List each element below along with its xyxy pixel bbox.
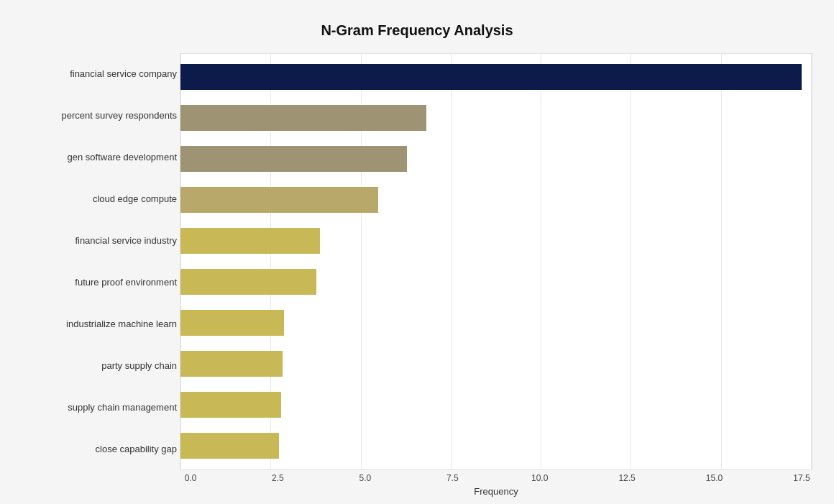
x-axis-tick-label: 2.5 <box>267 473 288 483</box>
y-axis-label: future proof environment <box>22 264 177 301</box>
x-axis-tick-label: 17.5 <box>791 473 812 483</box>
bar <box>180 228 320 254</box>
bar-row <box>180 267 812 297</box>
x-axis-labels: 0.02.55.07.510.012.515.017.5 <box>180 473 812 483</box>
y-axis-label: party supply chain <box>22 347 177 385</box>
x-axis-tick-label: 10.0 <box>529 473 551 483</box>
bar-row <box>180 431 812 461</box>
bar-row <box>180 390 812 420</box>
y-axis-label: financial service company <box>22 55 177 93</box>
y-axis-label: cloud edge compute <box>22 180 177 218</box>
x-axis-tick-label: 7.5 <box>441 473 463 483</box>
bar-row <box>180 185 812 215</box>
bar <box>180 187 378 213</box>
chart-container: N-Gram Frequency Analysis financial serv… <box>7 8 827 497</box>
bar <box>180 433 279 459</box>
y-axis-label: close capability gap <box>22 431 177 468</box>
x-axis-area: 0.02.55.07.510.012.515.017.5 <box>180 473 812 483</box>
bar <box>180 310 284 336</box>
bar <box>180 64 802 90</box>
y-axis-label: percent survey respondents <box>22 97 177 134</box>
bar <box>180 146 407 172</box>
bar-row <box>180 349 812 379</box>
bars-container <box>180 54 812 469</box>
bar <box>180 392 281 418</box>
chart-area: financial service companypercent survey … <box>22 53 812 470</box>
chart-title: N-Gram Frequency Analysis <box>22 22 812 39</box>
plot-area <box>180 53 812 470</box>
x-axis-tick-label: 5.0 <box>354 473 376 483</box>
x-axis-tick-label: 0.0 <box>180 473 201 483</box>
x-axis-tick-label: 12.5 <box>616 473 638 483</box>
bar-row <box>180 103 812 133</box>
bar <box>180 269 316 295</box>
bar-row <box>180 226 812 256</box>
bar-row <box>180 144 812 174</box>
y-axis-label: supply chain management <box>22 389 177 426</box>
bar-row <box>180 308 812 338</box>
x-axis-tick-label: 15.0 <box>704 473 725 483</box>
y-axis-label: financial service industry <box>22 222 177 260</box>
x-axis-title: Frequency <box>180 486 812 497</box>
y-axis-labels: financial service companypercent survey … <box>22 53 180 470</box>
bar-row <box>180 62 812 92</box>
y-axis-label: industrialize machine learn <box>22 306 177 343</box>
y-axis-label: gen software development <box>22 139 177 176</box>
bar <box>180 351 283 377</box>
bar <box>180 105 426 131</box>
